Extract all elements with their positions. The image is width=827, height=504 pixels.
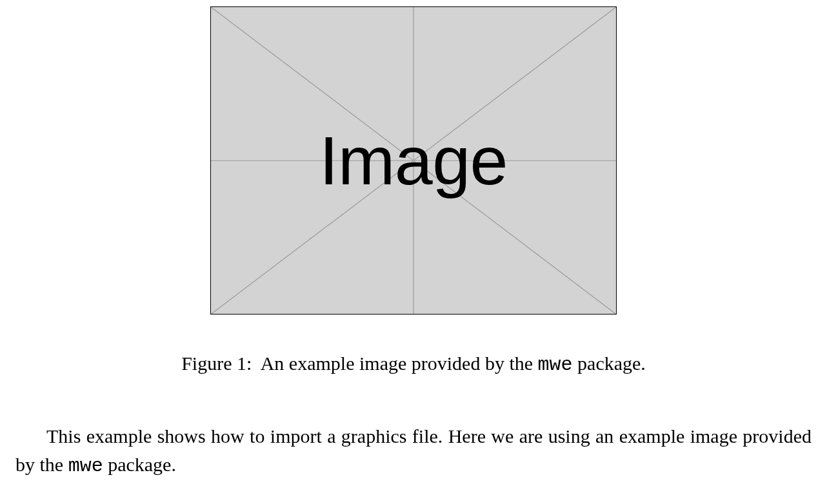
figure-caption-tt: mwe [538,354,573,376]
figure-caption-text-pre: An example image provided by the [261,353,533,374]
figure-caption-label: Figure 1: [181,353,252,374]
image-placeholder-label: Image [211,7,616,314]
paragraph-tt: mwe [68,455,103,477]
figure: Image Figure 1: An example image provide… [0,6,827,378]
paragraph-text-post: package. [108,454,176,475]
image-placeholder: Image [210,6,617,315]
body-paragraph: This example shows how to import a graph… [15,422,812,481]
figure-caption: Figure 1: An example image provided by t… [181,351,646,378]
figure-caption-text-post: package. [577,353,646,374]
